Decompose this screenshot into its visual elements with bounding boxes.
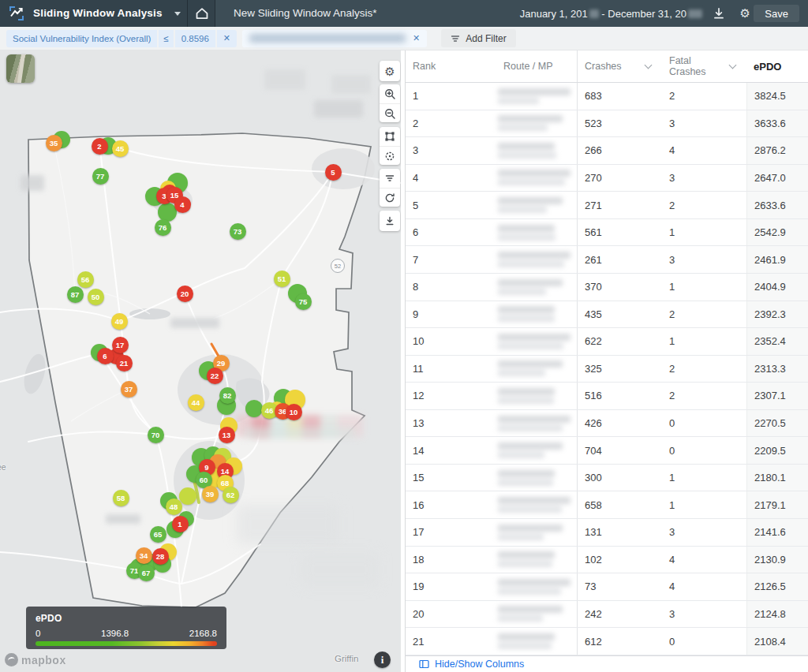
- date-range[interactable]: January 1, 201 - December 31, 20: [520, 8, 702, 20]
- refresh-icon[interactable]: [380, 188, 400, 207]
- cell-rank: 17: [406, 519, 496, 546]
- redacted-date-digit: [589, 9, 599, 18]
- column-header-fatal-crashes[interactable]: Fatal Crashes: [662, 50, 746, 82]
- gear-icon[interactable]: ⚙: [740, 6, 750, 21]
- map-marker[interactable]: 65: [150, 526, 166, 543]
- map-marker[interactable]: 70: [148, 427, 164, 443]
- redacted-map-label: [331, 75, 371, 94]
- map-marker[interactable]: 6: [97, 348, 114, 364]
- map-marker[interactable]: 58: [113, 490, 129, 506]
- cell-crashes: 622: [577, 328, 662, 355]
- filter-chip-svi[interactable]: Social Vulnerability Index (Overall) ≤ 0…: [6, 30, 237, 47]
- table-row[interactable]: 726132461.9: [406, 246, 808, 274]
- map-marker[interactable]: 75: [295, 293, 312, 310]
- gear-icon[interactable]: ⚙: [380, 61, 400, 81]
- table-row[interactable]: 1251622307.1: [406, 383, 808, 410]
- table-row[interactable]: 943522392.3: [406, 301, 808, 329]
- map-panel[interactable]: 52 3524577531547673568750204951751762137…: [0, 50, 401, 672]
- radius-select-icon[interactable]: [380, 146, 400, 165]
- zoom-out-icon[interactable]: [380, 103, 400, 122]
- table-row[interactable]: 1470402209.5: [406, 437, 808, 465]
- map-marker[interactable]: 77: [92, 168, 109, 185]
- table-row[interactable]: 656112542.9: [406, 219, 808, 247]
- map-marker[interactable]: 51: [274, 271, 290, 287]
- map-marker[interactable]: 67: [138, 565, 155, 581]
- map-marker[interactable]: 35: [46, 135, 62, 151]
- download-icon[interactable]: [712, 6, 726, 21]
- table-row[interactable]: 1530012180.1: [406, 465, 808, 492]
- cell-rank: 2: [406, 110, 496, 137]
- table-row[interactable]: 1342602270.5: [406, 410, 808, 438]
- table-row[interactable]: 427032647.0: [406, 165, 808, 192]
- map-marker-cluster[interactable]: [245, 400, 263, 417]
- map-marker[interactable]: 17: [112, 337, 129, 353]
- table-row[interactable]: 168323824.5: [406, 83, 808, 110]
- filter-chip-operator[interactable]: ≤: [159, 30, 173, 47]
- map-marker[interactable]: 34: [136, 547, 152, 564]
- cell-crashes: 73: [577, 573, 662, 600]
- mapbox-attribution[interactable]: mapbox: [5, 653, 66, 666]
- map-marker[interactable]: 13: [219, 427, 235, 443]
- column-header-crashes[interactable]: Crashes: [577, 50, 662, 82]
- map-marker[interactable]: 73: [230, 223, 246, 240]
- map-marker[interactable]: 28: [152, 548, 169, 565]
- map-marker[interactable]: 87: [67, 286, 84, 303]
- add-filter-button[interactable]: Add Filter: [441, 29, 515, 47]
- map-marker[interactable]: 37: [121, 381, 137, 398]
- chevron-down-icon[interactable]: [645, 61, 653, 69]
- filter-chip-label[interactable]: Social Vulnerability Index (Overall): [6, 30, 157, 47]
- column-header-rank[interactable]: Rank: [406, 50, 496, 82]
- info-icon[interactable]: i: [374, 651, 391, 668]
- map-marker[interactable]: 76: [155, 219, 171, 236]
- table-row[interactable]: 2024232124.8: [406, 601, 808, 629]
- filter-chip-value[interactable]: 0.8596: [175, 30, 215, 47]
- column-header-epdo[interactable]: ePDO: [746, 50, 808, 82]
- cell-rank: 11: [406, 356, 496, 383]
- table-row[interactable]: 252333633.6: [406, 110, 808, 138]
- map-marker[interactable]: 1: [172, 516, 189, 532]
- chevron-down-icon[interactable]: [174, 12, 181, 16]
- hide-show-columns-link[interactable]: Hide/Show Columns: [435, 659, 524, 670]
- map-marker[interactable]: 56: [77, 271, 94, 288]
- zoom-in-icon[interactable]: [380, 84, 400, 103]
- map-marker[interactable]: 5: [325, 164, 342, 181]
- app-title[interactable]: Sliding Window Analysis: [33, 7, 163, 19]
- table-row[interactable]: 1062212352.4: [406, 328, 808, 356]
- map-filter-icon[interactable]: [380, 169, 400, 188]
- cell-crashes: 325: [577, 356, 662, 383]
- table-row[interactable]: 1132522313.3: [406, 356, 808, 383]
- map-marker[interactable]: 62: [223, 487, 239, 503]
- map-marker-cluster[interactable]: [179, 487, 196, 505]
- map-marker[interactable]: 2: [92, 138, 108, 155]
- table-row[interactable]: 326642876.2: [406, 137, 808, 165]
- filter-chip-redacted[interactable]: ✕: [242, 30, 427, 47]
- basemap-style-toggle[interactable]: [6, 54, 35, 83]
- map-marker[interactable]: 44: [188, 394, 204, 411]
- table-row[interactable]: 1713132141.6: [406, 519, 808, 547]
- box-select-icon[interactable]: [380, 127, 400, 146]
- table-row[interactable]: 527122633.6: [406, 192, 808, 219]
- column-header-route-mp[interactable]: Route / MP: [496, 50, 577, 82]
- download-icon[interactable]: [380, 211, 400, 231]
- map-marker[interactable]: 50: [88, 289, 104, 305]
- table-row[interactable]: 2161202108.4: [406, 628, 808, 655]
- map-marker[interactable]: 45: [112, 140, 129, 157]
- map-marker[interactable]: 82: [219, 387, 236, 404]
- table-row[interactable]: 197342126.5: [406, 573, 808, 601]
- table-row[interactable]: 1810242130.9: [406, 547, 808, 574]
- table-row[interactable]: 1665812179.1: [406, 491, 808, 519]
- map-marker[interactable]: 10: [286, 404, 302, 420]
- map-marker[interactable]: 4: [174, 196, 191, 213]
- save-button[interactable]: Save: [754, 5, 799, 22]
- close-icon[interactable]: ✕: [413, 33, 420, 43]
- table-row[interactable]: 837012404.9: [406, 274, 808, 301]
- chevron-down-icon[interactable]: [729, 61, 737, 69]
- map-marker[interactable]: 22: [207, 368, 223, 384]
- map-marker[interactable]: 20: [177, 286, 193, 302]
- map-marker[interactable]: 21: [116, 355, 133, 371]
- home-icon[interactable]: [194, 6, 210, 21]
- close-icon[interactable]: ✕: [217, 30, 237, 47]
- map-marker[interactable]: 39: [202, 486, 219, 502]
- map-marker[interactable]: 48: [166, 498, 182, 515]
- map-marker[interactable]: 49: [111, 313, 128, 330]
